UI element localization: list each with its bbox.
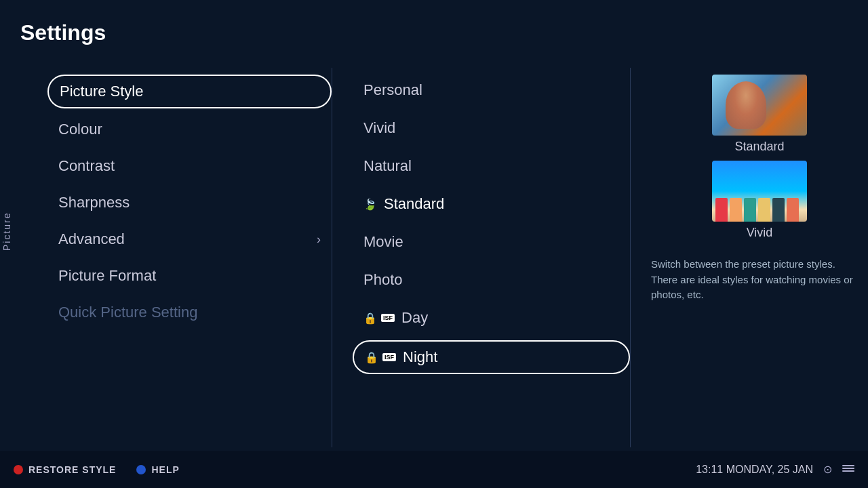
blue-dot-icon <box>136 465 146 474</box>
leaf-icon: 🍃 <box>363 198 377 211</box>
standard-thumbnail <box>712 75 807 136</box>
wifi-icon: ⊙ <box>823 463 832 476</box>
vivid-preview-label: Vivid <box>747 226 773 240</box>
beach-hut-6 <box>787 198 799 222</box>
menu-item-colour[interactable]: Colour <box>47 114 332 145</box>
middle-panel: Personal Vivid Natural 🍃 Standard Movie … <box>332 68 631 447</box>
restore-style-action[interactable]: RESTORE STYLE <box>14 464 116 475</box>
menu-icon <box>842 465 854 474</box>
style-item-day[interactable]: 🔒 ISF Day <box>353 302 630 333</box>
isf-night-container: 🔒 ISF <box>365 351 396 364</box>
page-title: Settings <box>20 20 106 45</box>
style-item-movie[interactable]: Movie <box>353 226 630 258</box>
beach-hut-1 <box>715 198 728 222</box>
menu-item-advanced[interactable]: Advanced › <box>47 224 332 255</box>
chevron-right-icon: › <box>317 232 321 247</box>
menu-item-sharpness[interactable]: Sharpness <box>47 187 332 218</box>
restore-style-label: RESTORE STYLE <box>28 464 116 475</box>
style-item-night[interactable]: 🔒 ISF Night <box>353 340 630 374</box>
bottom-bar: RESTORE STYLE HELP 13:11 MONDAY, 25 JAN … <box>0 451 868 488</box>
beach-hut-2 <box>730 198 742 222</box>
style-item-personal[interactable]: Personal <box>353 75 630 106</box>
vivid-thumbnail <box>712 161 807 222</box>
beach-hut-4 <box>758 198 770 222</box>
isf-day-icon: 🔒 <box>363 312 377 325</box>
beach-hut-3 <box>744 198 756 222</box>
style-item-natural[interactable]: Natural <box>353 150 630 182</box>
red-dot-icon <box>14 465 23 474</box>
menu-item-quick-picture-setting: Quick Picture Setting <box>47 297 332 328</box>
right-panel: Standard Vivid Switch between the preset… <box>631 68 868 447</box>
vivid-preview-item: Vivid <box>651 161 868 240</box>
standard-preview-label: Standard <box>734 140 784 154</box>
menu-item-picture-format[interactable]: Picture Format <box>47 260 332 291</box>
standard-preview-item: Standard <box>651 75 868 154</box>
help-action[interactable]: HELP <box>136 464 179 475</box>
help-label: HELP <box>151 464 179 475</box>
style-item-photo[interactable]: Photo <box>353 264 630 296</box>
left-panel: Picture Style Colour Contrast Sharpness … <box>20 68 332 447</box>
style-item-standard[interactable]: 🍃 Standard <box>353 188 630 220</box>
isf-night-badge: ISF <box>382 353 396 361</box>
clock-area: 13:11 MONDAY, 25 JAN ⊙ <box>696 463 854 476</box>
clock-text: 13:11 MONDAY, 25 JAN <box>696 464 813 476</box>
side-label: Picture <box>1 237 12 251</box>
isf-day-badge: ISF <box>381 314 395 322</box>
style-item-vivid[interactable]: Vivid <box>353 113 630 144</box>
main-content: Picture Style Colour Contrast Sharpness … <box>20 68 868 447</box>
menu-item-picture-style[interactable]: Picture Style <box>47 75 332 108</box>
isf-day-container: 🔒 ISF <box>363 312 395 325</box>
menu-item-contrast[interactable]: Contrast <box>47 150 332 182</box>
isf-night-icon: 🔒 <box>365 351 378 364</box>
beach-hut-5 <box>772 198 785 222</box>
description-text: Switch between the preset picture styles… <box>651 257 854 303</box>
